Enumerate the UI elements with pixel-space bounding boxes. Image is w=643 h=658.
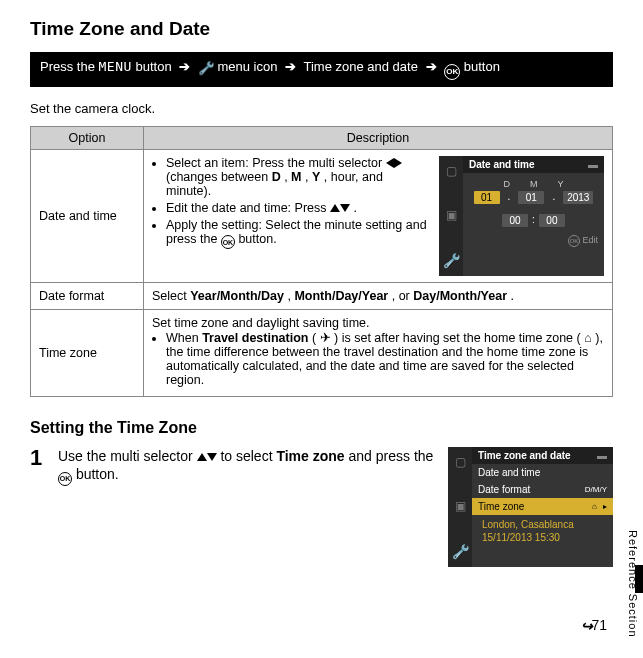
text: , or (392, 289, 414, 303)
colon: : (532, 214, 535, 227)
value-month: 01 (518, 191, 544, 204)
text: Select an item: Press the multi selector (166, 156, 386, 170)
ok-icon: OK (568, 235, 580, 247)
arrow-icon: ➔ (426, 59, 437, 74)
intro-text: Set the camera clock. (30, 101, 613, 116)
reference-icon: ↪ (581, 618, 591, 634)
right-arrow-icon (394, 158, 402, 168)
page-title: Time Zone and Date (30, 18, 613, 40)
step-number: 1 (30, 447, 48, 469)
breadcrumb-text: button (464, 59, 500, 74)
list-item: Apply the setting: Select the minute set… (166, 218, 431, 250)
ok-icon: OK (444, 64, 460, 80)
home-icon: ⌂ (584, 331, 592, 345)
arrow-icon: ➔ (179, 59, 190, 74)
breadcrumb-item: Time zone and date (303, 59, 417, 74)
menu-item: Date format D/M/Y (472, 481, 613, 498)
value-day: 01 (474, 191, 500, 204)
option-description: Select an item: Press the multi selector… (144, 149, 613, 282)
table-row: Date format Select Year/Month/Day , Mont… (31, 282, 613, 309)
table-row: Time zone Set time zone and daylight sav… (31, 309, 613, 396)
screen-title: Time zone and date (478, 450, 571, 461)
step-text: Use the multi selector to select Time zo… (58, 447, 438, 487)
text: button. (238, 232, 276, 246)
breadcrumb: Press the MENU button ➔ 🔧 menu icon ➔ Ti… (30, 52, 613, 87)
up-arrow-icon (330, 204, 340, 212)
menu-label: Time zone (478, 501, 524, 512)
location-text: London, Casablanca (472, 515, 613, 530)
text: When (166, 331, 202, 345)
text: Select (152, 289, 190, 303)
arrow-icon: ➔ (285, 59, 296, 74)
dot: . (552, 191, 555, 204)
menu-item: Date and time (472, 464, 613, 481)
bold-text: Day/Month/Year (413, 289, 507, 303)
text: ( (312, 331, 316, 345)
breadcrumb-text: menu icon (217, 59, 281, 74)
table-row: Date and time Select an item: Press the … (31, 149, 613, 282)
datetime-text: 15/11/2013 15:30 (472, 530, 613, 543)
option-label: Date format (31, 282, 144, 309)
menu-label: Date format (478, 484, 530, 495)
options-table: Option Description Date and time Select … (30, 126, 613, 397)
text: button. (76, 466, 119, 482)
text: Apply the setting: Select the minute set… (166, 218, 427, 246)
edit-label: Edit (582, 235, 598, 245)
battery-icon: ▬ (588, 159, 598, 170)
ok-icon: OK (58, 472, 72, 486)
value-minute: 00 (539, 214, 565, 227)
list-item: When Travel destination ( ✈ ) is set aft… (166, 330, 604, 387)
table-head-description: Description (144, 126, 613, 149)
label-d: D (503, 179, 510, 189)
step-1: 1 Use the multi selector to select Time … (30, 447, 613, 567)
text: . (511, 289, 514, 303)
bold-text: Year/Month/Day (190, 289, 284, 303)
option-label: Time zone (31, 309, 144, 396)
menu-label: Date and time (478, 467, 540, 478)
menu-button-label: MENU (99, 59, 132, 74)
down-arrow-icon (340, 204, 350, 212)
up-arrow-icon (197, 453, 207, 461)
text: (changes between (166, 170, 272, 184)
breadcrumb-prefix: Press the (40, 59, 99, 74)
camera-screen-date: ▢ ▣ 🔧 Date and time ▬ D (439, 156, 604, 276)
wrench-icon: 🔧 (198, 60, 213, 76)
option-label: Date and time (31, 149, 144, 282)
play-icon: ▣ (455, 499, 466, 513)
ok-icon: OK (221, 235, 235, 249)
left-arrow-icon (386, 158, 394, 168)
down-arrow-icon (207, 453, 217, 461)
side-tab (635, 565, 643, 593)
value-hour: 00 (502, 214, 528, 227)
text: ) is set after having set the home time … (334, 331, 581, 345)
bold-text: Time zone (276, 448, 344, 464)
dot: . (508, 191, 511, 204)
travel-icon: ✈ (320, 331, 331, 345)
page-footer: ↪71 (30, 617, 613, 634)
sub-heading: Setting the Time Zone (30, 419, 613, 437)
bold-text: D (272, 170, 281, 184)
home-icon: ⌂ (592, 502, 597, 511)
text: Edit the date and time: Press (166, 201, 330, 215)
wrench-icon: 🔧 (443, 251, 459, 268)
bold-text: Travel destination (202, 331, 308, 345)
text: Set time zone and daylight saving time. (152, 316, 604, 330)
text: to select (220, 448, 276, 464)
bold-text: Y (312, 170, 320, 184)
list-item: Edit the date and time: Press . (166, 201, 431, 215)
menu-value: D/M/Y (585, 485, 607, 494)
text: Use the multi selector (58, 448, 197, 464)
text: , (305, 170, 312, 184)
bold-text: M (291, 170, 301, 184)
wrench-icon: 🔧 (452, 542, 468, 559)
play-icon: ▣ (446, 208, 457, 222)
label-m: M (530, 179, 538, 189)
camera-icon: ▢ (455, 455, 466, 469)
value-year: 2013 (563, 191, 593, 204)
option-description: Set time zone and daylight saving time. … (144, 309, 613, 396)
list-item: Select an item: Press the multi selector… (166, 156, 431, 198)
camera-icon: ▢ (446, 164, 457, 178)
breadcrumb-text: button (135, 59, 175, 74)
text: . (353, 201, 356, 215)
text: and press the (349, 448, 434, 464)
